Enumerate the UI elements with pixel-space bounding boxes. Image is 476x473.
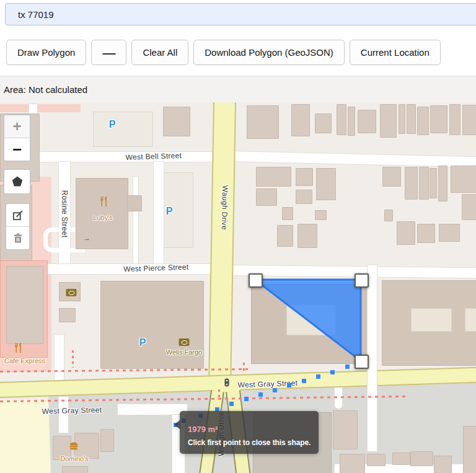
delete-layers-button[interactable]	[6, 227, 29, 249]
download-geojson-button[interactable]: Download Polygon (GeoJSON)	[193, 40, 345, 65]
polygon-vertex-handle[interactable]	[249, 273, 263, 288]
pentagon-icon	[11, 175, 24, 188]
search-input[interactable]	[5, 3, 476, 25]
edit-layers-button[interactable]	[6, 204, 29, 227]
draw-polygon-tool	[3, 169, 31, 195]
guide-dot	[345, 365, 350, 369]
search-bar	[0, 0, 476, 35]
clear-all-button[interactable]: Clear All	[131, 40, 188, 65]
zoom-control: + −	[3, 114, 31, 162]
polygon-vertex-handle[interactable]	[355, 273, 369, 288]
zoom-in-button[interactable]: +	[4, 115, 30, 138]
current-location-button[interactable]: Current Location	[350, 40, 441, 65]
guide-dot	[229, 402, 234, 406]
toolbar: Draw Polygon — Clear All Download Polygo…	[0, 40, 476, 71]
guide-dot	[244, 397, 249, 401]
zoom-out-button[interactable]: −	[4, 138, 30, 161]
guide-dot	[258, 392, 263, 397]
guide-dot	[287, 383, 291, 387]
tooltip-hint-text: Click first point to close this shape.	[188, 438, 311, 447]
draw-tooltip: 1979 m² Click first point to close this …	[180, 411, 319, 454]
guide-dot	[302, 379, 306, 383]
edit-icon	[12, 210, 24, 221]
map-canvas[interactable]: West Bell Street West Pierce Street West…	[0, 102, 476, 473]
tooltip-arrow	[174, 420, 180, 430]
polygon-tool-button[interactable]	[4, 170, 30, 193]
tooltip-area-value: 1979 m²	[188, 425, 311, 434]
guide-dot	[330, 370, 335, 374]
guide-dot	[273, 388, 277, 392]
status-bar: Area: Not calculated	[0, 76, 476, 103]
area-status-text: Area: Not calculated	[4, 84, 87, 95]
trash-icon	[12, 232, 24, 244]
guide-dot	[316, 374, 320, 379]
line-icon: —	[102, 46, 115, 59]
polygon-vertex-handle[interactable]	[355, 355, 369, 369]
edit-toolbar	[5, 203, 30, 250]
draw-polygon-button[interactable]: Draw Polygon	[6, 40, 86, 65]
draw-line-button[interactable]: —	[91, 40, 126, 65]
